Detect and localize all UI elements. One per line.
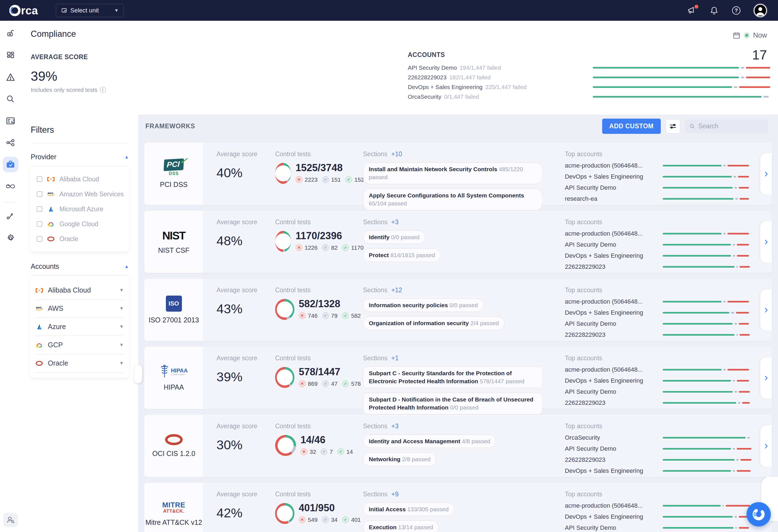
user-avatar[interactable] [754, 4, 767, 17]
alerts-icon[interactable] [3, 69, 18, 85]
top-account-row[interactable]: acme-production (5064648... [565, 364, 748, 375]
user-access-icon[interactable] [3, 513, 18, 527]
section-pill[interactable]: Identity and Access Management 4/8 passe… [363, 434, 496, 448]
filter-settings-button[interactable] [666, 119, 680, 134]
checkbox[interactable] [37, 192, 42, 197]
top-account-row[interactable]: acme-production (5064648... [565, 500, 748, 511]
frameworks-search[interactable] [685, 120, 768, 133]
top-account-row[interactable]: research-ea [565, 193, 748, 204]
section-pill[interactable]: Identify 0/0 passed [363, 230, 425, 244]
section-pill[interactable]: Install and Maintain Network Security Co… [363, 162, 543, 184]
provider-section-toggle[interactable]: Provider▲ [31, 153, 129, 166]
top-account-row[interactable]: 226228229023 [565, 261, 748, 272]
account-summary-row[interactable]: OrcaSecurity0/1,447 failed [408, 92, 767, 101]
dashboard-icon[interactable] [3, 48, 18, 63]
settings-icon[interactable] [3, 230, 18, 246]
collapse-filters-handle[interactable] [134, 365, 142, 383]
framework-logo-card: PCI✓ DSS PCI DSS [144, 143, 203, 205]
provider-option-alibaba[interactable]: Alibaba Cloud [37, 172, 127, 186]
expand-framework-button[interactable]: › [760, 357, 772, 399]
framework-row-nist-csf[interactable]: NIST NIST CSF Average score 48% Control … [144, 211, 772, 273]
section-pill[interactable]: Information security policies 0/0 passed [363, 298, 484, 312]
section-pill[interactable]: Initial Access 133/305 passed [363, 503, 455, 516]
time-selector[interactable]: Now [733, 31, 767, 39]
top-account-row[interactable]: API Security Demo [565, 443, 748, 454]
top-account-row[interactable]: DevOps + Sales Engineering [565, 465, 748, 476]
bell-icon[interactable] [709, 6, 719, 15]
expand-framework-button[interactable]: › [760, 425, 772, 467]
account-summary-row[interactable]: DevOps + Sales Engineering225/1,447 fail… [408, 82, 767, 91]
account-summary-row[interactable]: API Security Demo194/1,447 failed [408, 63, 767, 72]
announcements-icon[interactable] [687, 6, 697, 15]
framework-row-mitre-attack[interactable]: MITRE ATT&CK. Mitre ATT&CK v12 Average s… [144, 483, 772, 532]
search-icon[interactable] [3, 91, 18, 107]
compliance-icon-active[interactable] [3, 157, 18, 172]
more-sections-link[interactable]: +10 [391, 150, 402, 158]
more-sections-link[interactable]: +3 [391, 423, 398, 430]
chevron-down-icon: ▼ [119, 361, 124, 366]
top-account-row[interactable]: acme-production (5064648... [565, 228, 748, 239]
expand-framework-button[interactable]: › [760, 153, 772, 195]
accounts-section-toggle[interactable]: Accounts▲ [31, 262, 129, 276]
top-account-row[interactable]: DevOps + Sales Engineering [565, 171, 748, 182]
framework-row-oci-cis[interactable]: OCI CIS 1.2.0 Average score 30% Control … [144, 415, 772, 477]
top-account-row[interactable]: API Security Demo [565, 239, 748, 250]
top-account-row[interactable]: 226228229023 [565, 329, 748, 340]
framework-row-pci-dss[interactable]: PCI✓ DSS PCI DSS Average score 40% Contr… [144, 143, 772, 205]
accounts-filter-aws[interactable]: aws AWS ▼ [35, 299, 124, 318]
section-pill[interactable]: Subpart D - Notification in the Case of … [363, 393, 543, 414]
accounts-filter-alibaba[interactable]: Alibaba Cloud ▼ [35, 281, 124, 299]
accounts-filter-oracle[interactable]: Oracle ▼ [35, 354, 124, 372]
account-summary-row[interactable]: 226228229023182/1,447 failed [408, 73, 767, 82]
accounts-filter-gcp[interactable]: GCP ▼ [35, 336, 124, 354]
provider-option-aws[interactable]: aws Amazon Web Services [37, 186, 127, 202]
checkbox[interactable] [37, 206, 42, 212]
top-account-row[interactable]: 226228229023 [565, 454, 748, 465]
more-sections-link[interactable]: +9 [391, 490, 398, 498]
search-input[interactable] [698, 122, 764, 130]
top-account-row[interactable]: 226228229023 [565, 397, 748, 408]
more-sections-link[interactable]: +12 [391, 287, 402, 294]
top-account-row[interactable]: acme-production (5064648... [565, 160, 748, 171]
section-pill[interactable]: Subpart C - Security Standards for the P… [363, 366, 543, 388]
help-icon[interactable]: ? [731, 6, 741, 15]
section-pill[interactable]: Execution 13/14 passed [363, 520, 439, 532]
top-account-row[interactable]: DevOps + Sales Engineering [565, 250, 748, 261]
top-account-row[interactable]: API Security Demo [565, 522, 748, 532]
shift-left-icon[interactable] [3, 179, 18, 194]
section-pill[interactable]: Apply Secure Configurations to All Syste… [363, 188, 543, 210]
top-account-row[interactable]: DevOps + Sales Engineering [565, 307, 748, 318]
info-icon[interactable]: i [100, 87, 106, 93]
attack-graph-icon[interactable] [3, 135, 18, 150]
more-sections-link[interactable]: +3 [391, 218, 398, 226]
section-pill[interactable]: Protect 814/1815 passed [363, 248, 441, 262]
top-account-row[interactable]: API Security Demo [565, 318, 748, 329]
section-pill[interactable]: Networking 2/8 passed [363, 452, 436, 466]
top-account-row[interactable]: DevOps + Sales Engineering [565, 375, 748, 386]
more-sections-link[interactable]: +1 [391, 355, 398, 362]
provider-option-oracle[interactable]: Oracle [37, 231, 127, 246]
checkbox[interactable] [37, 221, 42, 227]
expand-framework-button[interactable]: › [760, 221, 772, 263]
padlock-icon[interactable] [3, 26, 18, 41]
add-custom-button[interactable]: ADD CUSTOM [602, 119, 661, 134]
accounts-filter-azure[interactable]: Azure ▼ [35, 318, 124, 336]
orca-chat-button[interactable] [747, 502, 771, 526]
top-account-row[interactable]: OrcaSecurity [565, 432, 748, 443]
provider-option-azure[interactable]: Microsoft Azure [37, 202, 127, 217]
framework-row-iso-27001[interactable]: ISO ISO 27001 2013 Average score 43% Con… [144, 279, 772, 341]
select-unit-dropdown[interactable]: Select unit ▼ [56, 4, 124, 17]
top-account-row[interactable]: API Security Demo [565, 182, 748, 193]
top-account-row[interactable]: DevOps + Sales Engineering [565, 511, 748, 522]
expand-framework-button[interactable]: › [760, 289, 772, 331]
integrations-icon[interactable] [3, 209, 18, 224]
checkbox[interactable] [37, 236, 42, 242]
provider-option-gcp[interactable]: Google Cloud [37, 217, 127, 231]
top-account-row[interactable]: acme-production (5064648... [565, 296, 748, 307]
section-pill[interactable]: Organization of information security 2/4… [363, 316, 504, 330]
inventory-icon[interactable] [3, 113, 18, 129]
orca-logo[interactable]: rca [9, 4, 38, 17]
framework-row-hipaa[interactable]: HIPAACOMPLIANT HIPAA Average score 39% C… [144, 347, 772, 409]
checkbox[interactable] [37, 176, 42, 182]
top-account-row[interactable]: API Security Demo [565, 386, 748, 397]
